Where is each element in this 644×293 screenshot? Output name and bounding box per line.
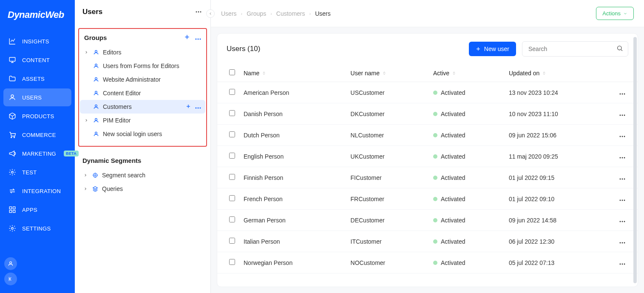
profile-button[interactable] xyxy=(4,257,17,270)
group-item[interactable]: Users from Forms for Editors xyxy=(80,59,205,73)
segment-label: Queries xyxy=(102,185,123,192)
search-icon xyxy=(616,45,623,53)
groups-list: EditorsUsers from Forms for EditorsWebsi… xyxy=(80,46,205,141)
add-group-button[interactable] xyxy=(184,34,190,41)
nav-item-commerce[interactable]: COMMERCE xyxy=(3,126,71,144)
add-subgroup-button[interactable] xyxy=(186,103,191,110)
chart-icon xyxy=(9,37,16,45)
table-row[interactable]: Italian PersonITCustomerActivated06 jul … xyxy=(217,231,638,252)
svg-point-55 xyxy=(622,263,623,265)
svg-point-41 xyxy=(624,157,625,158)
cell-updated: 05 jul 2022 07:13 xyxy=(505,252,612,273)
group-item[interactable]: New social login users xyxy=(80,127,205,141)
breadcrumb-separator: › xyxy=(309,11,311,16)
nav-item-products[interactable]: PRODUCTS xyxy=(3,107,71,125)
table-row[interactable]: English PersonUKCustomerActivated11 maj … xyxy=(217,146,638,167)
panel-more-button[interactable] xyxy=(194,8,203,16)
nav-item-content[interactable]: CONTENT xyxy=(3,51,71,69)
nav-item-apps[interactable]: APPS xyxy=(3,201,71,219)
segment-item[interactable]: Queries xyxy=(82,182,203,196)
table-head: Name User name Active Updated on xyxy=(217,64,638,82)
table-row[interactable]: German PersonDECustomerActivated09 jun 2… xyxy=(217,210,638,231)
table-row[interactable]: Dutch PersonNLCustomerActivated09 jun 20… xyxy=(217,125,638,146)
select-all-checkbox[interactable] xyxy=(229,69,235,75)
segments-section: Dynamic Segments Segment searchQueries xyxy=(75,147,210,196)
cell-username: UKCustomer xyxy=(346,146,429,167)
package-icon xyxy=(9,112,16,120)
svg-point-30 xyxy=(620,93,621,94)
segments-label: Dynamic Segments xyxy=(82,157,203,164)
nav-item-settings[interactable]: SETTINGS xyxy=(3,219,71,237)
more-horizontal-icon xyxy=(619,199,626,201)
collapse-nav-button[interactable] xyxy=(4,273,17,285)
row-checkbox[interactable] xyxy=(229,259,235,265)
row-checkbox[interactable] xyxy=(229,174,235,180)
col-username[interactable]: User name xyxy=(346,64,429,82)
groups-more-button[interactable] xyxy=(195,34,201,41)
cell-name: German Person xyxy=(239,210,346,231)
group-item[interactable]: PIM Editor xyxy=(80,114,205,127)
status-dot-icon xyxy=(433,197,437,201)
svg-point-2 xyxy=(11,137,12,138)
col-updated[interactable]: Updated on xyxy=(505,64,612,82)
group-item[interactable]: Website Administrator xyxy=(80,73,205,86)
row-checkbox[interactable] xyxy=(229,110,235,116)
grid-icon xyxy=(9,206,16,213)
cell-status: Activated xyxy=(429,146,505,167)
table-row[interactable]: American PersonUSCustomerActivated13 nov… xyxy=(217,82,638,103)
group-more-button[interactable] xyxy=(195,103,201,110)
row-checkbox[interactable] xyxy=(229,131,235,137)
row-checkbox[interactable] xyxy=(229,89,235,95)
chevron-right-icon xyxy=(82,173,88,177)
col-name[interactable]: Name xyxy=(239,64,346,82)
nav-item-label: TEST xyxy=(22,169,37,176)
nav-bottom xyxy=(0,252,75,293)
more-horizontal-icon xyxy=(619,178,626,180)
row-checkbox[interactable] xyxy=(229,153,235,159)
breadcrumb-item[interactable]: Customers xyxy=(276,10,305,17)
row-checkbox[interactable] xyxy=(229,195,235,201)
scrollbar[interactable] xyxy=(633,37,637,283)
more-horizontal-icon xyxy=(195,38,201,40)
new-user-button[interactable]: New user xyxy=(469,42,516,56)
group-item[interactable]: Editors xyxy=(80,46,205,59)
cell-updated: 13 nov 2023 10:24 xyxy=(505,82,612,103)
search-input[interactable] xyxy=(522,41,628,57)
segment-item[interactable]: Segment search xyxy=(82,168,203,182)
svg-point-23 xyxy=(198,108,199,109)
breadcrumb-item[interactable]: Groups xyxy=(247,10,266,17)
group-item[interactable]: Customers xyxy=(80,100,205,114)
cell-username: DECustomer xyxy=(346,210,429,231)
row-checkbox[interactable] xyxy=(229,216,235,222)
table-row[interactable]: Danish PersonDKCustomerActivated10 nov 2… xyxy=(217,103,638,125)
cell-updated: 11 maj 2020 09:25 xyxy=(505,146,612,167)
col-active[interactable]: Active xyxy=(429,64,505,82)
nav-item-label: ASSETS xyxy=(22,76,45,82)
more-horizontal-icon xyxy=(195,107,201,109)
svg-point-33 xyxy=(620,114,621,116)
group-item[interactable]: Content Editor xyxy=(80,86,205,100)
table-row[interactable]: French PersonFRCustomerActivated01 jul 2… xyxy=(217,188,638,210)
nav-item-integration[interactable]: INTEGRATION xyxy=(3,182,71,200)
card-title: Users (10) xyxy=(227,45,260,53)
nav-item-marketing[interactable]: MARKETINGBETA xyxy=(3,145,71,162)
collapse-left-icon xyxy=(8,276,14,282)
table-row[interactable]: Norwegian PersonNOCustomerActivated05 ju… xyxy=(217,252,638,273)
table-row[interactable]: Finnish PersonFICustomerActivated01 jul … xyxy=(217,167,638,188)
groups-label: Groups xyxy=(84,34,107,41)
svg-point-47 xyxy=(624,199,625,201)
svg-point-11 xyxy=(196,11,197,13)
user-icon xyxy=(93,131,99,137)
user-icon xyxy=(93,77,99,82)
nav-item-test[interactable]: TEST xyxy=(3,163,71,181)
nav-item-users[interactable]: USERS xyxy=(3,88,71,106)
panel-collapse-handle[interactable] xyxy=(206,9,215,18)
row-checkbox[interactable] xyxy=(229,238,235,244)
svg-point-21 xyxy=(95,105,97,107)
more-horizontal-icon xyxy=(619,242,626,244)
breadcrumb-separator: › xyxy=(270,11,272,16)
nav-item-insights[interactable]: INSIGHTS xyxy=(3,32,71,50)
actions-dropdown[interactable]: Actions xyxy=(596,7,634,20)
nav-item-assets[interactable]: ASSETS xyxy=(3,70,71,88)
breadcrumb-item[interactable]: Users xyxy=(221,10,237,17)
